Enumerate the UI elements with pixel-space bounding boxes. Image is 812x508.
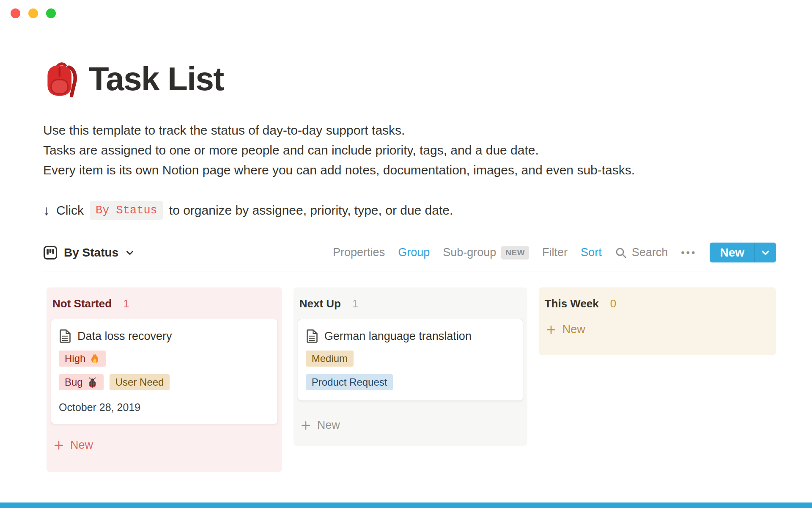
- column-name: This Week: [545, 297, 599, 310]
- plus-icon: [300, 420, 311, 431]
- database-toolbar: By Status Properties Group Sub-group NEW…: [43, 234, 776, 271]
- card-german-language-translation[interactable]: German language translation Medium Produ…: [298, 319, 523, 401]
- column-this-week: This Week 0 New: [539, 287, 776, 355]
- new-entry-button[interactable]: New: [710, 243, 754, 262]
- search-icon: [615, 247, 627, 259]
- card-data-loss-recovery[interactable]: Data loss recovery High: [51, 319, 278, 424]
- close-window-button[interactable]: [11, 8, 20, 18]
- add-new-card-button[interactable]: New: [300, 419, 521, 432]
- page-description: Use this template to track the status of…: [43, 120, 776, 180]
- tag-row: High: [59, 351, 270, 367]
- bottom-blue-strip: [0, 502, 812, 508]
- add-new-card-button[interactable]: New: [53, 439, 276, 452]
- group-button[interactable]: Group: [398, 246, 430, 259]
- column-name: Not Started: [52, 297, 112, 310]
- description-line: Every item is its own Notion page where …: [43, 160, 776, 180]
- minimize-window-button[interactable]: [28, 8, 38, 18]
- fire-emoji-icon: [90, 353, 100, 364]
- card-title: Data loss recovery: [77, 330, 172, 343]
- sub-group-button[interactable]: Sub-group NEW: [443, 246, 529, 260]
- tag-row: Bug: [59, 374, 270, 390]
- column-name: Next Up: [299, 297, 341, 310]
- column-header[interactable]: This Week 0: [539, 287, 776, 319]
- filter-button[interactable]: Filter: [542, 246, 568, 259]
- new-feature-badge: NEW: [501, 246, 529, 260]
- more-options-button[interactable]: •••: [681, 247, 697, 259]
- view-selector-label: By Status: [64, 246, 118, 260]
- page-icon: [59, 329, 71, 343]
- search-label: Search: [632, 246, 668, 259]
- column-count: 0: [610, 297, 616, 310]
- column-header[interactable]: Not Started 1: [47, 287, 282, 319]
- tag-bug: Bug: [59, 374, 104, 390]
- callout-text-after: to organize by assignee, priority, type,…: [169, 203, 453, 218]
- callout-line: ↓ Click By Status to organize by assigne…: [43, 199, 776, 221]
- tag-medium: Medium: [306, 351, 354, 367]
- bug-emoji-icon: [87, 377, 98, 388]
- tag-product-request: Product Request: [306, 374, 393, 390]
- page-title[interactable]: Task List: [89, 62, 224, 95]
- page-header: Task List: [44, 59, 776, 98]
- search-button[interactable]: Search: [615, 246, 668, 259]
- new-entry-split-button: New: [710, 243, 776, 262]
- arrow-down-icon: ↓: [43, 203, 50, 218]
- sub-group-label: Sub-group: [443, 246, 496, 259]
- board-view-icon: [43, 246, 58, 260]
- column-not-started: Not Started 1 Data loss recovery: [47, 287, 282, 472]
- plus-icon: [53, 440, 64, 451]
- view-selector-by-status[interactable]: By Status: [43, 246, 135, 260]
- tag-user-need: User Need: [110, 374, 170, 390]
- plus-icon: [546, 324, 557, 335]
- page-content: Task List Use this template to track the…: [43, 0, 776, 472]
- kanban-board: Not Started 1 Data loss recovery: [47, 287, 776, 472]
- chevron-down-icon: [125, 248, 135, 258]
- description-line: Tasks are assigned to one or more people…: [43, 140, 776, 160]
- card-due-date: October 28, 2019: [59, 401, 270, 414]
- callout-text-before: Click: [56, 203, 84, 218]
- backpack-emoji-icon[interactable]: [44, 60, 80, 98]
- tag-row: Medium: [306, 351, 515, 367]
- sort-button[interactable]: Sort: [581, 246, 602, 259]
- by-status-code-pill: By Status: [90, 201, 163, 220]
- properties-button[interactable]: Properties: [333, 246, 385, 259]
- description-line: Use this template to track the status of…: [43, 120, 776, 140]
- card-title: German language translation: [324, 330, 472, 343]
- new-entry-dropdown-button[interactable]: [755, 243, 776, 262]
- tag-high: High: [59, 351, 106, 367]
- column-count: 1: [352, 297, 358, 310]
- add-new-card-button[interactable]: New: [546, 323, 770, 336]
- toolbar-actions: Properties Group Sub-group NEW Filter So…: [333, 243, 776, 262]
- column-header[interactable]: Next Up 1: [294, 287, 527, 319]
- column-count: 1: [123, 297, 129, 310]
- page-icon: [306, 329, 318, 343]
- tag-row: Product Request: [306, 374, 515, 390]
- column-next-up: Next Up 1 German language translatio: [294, 287, 527, 446]
